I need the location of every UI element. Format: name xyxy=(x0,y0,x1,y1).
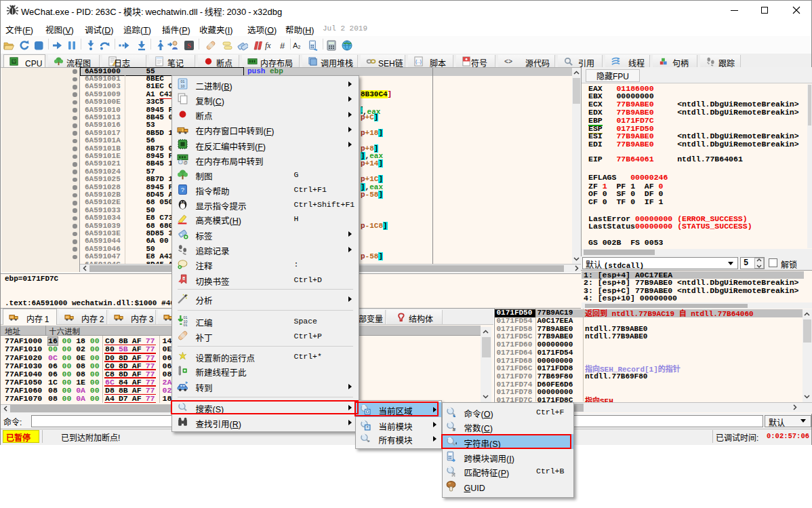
svg-text:01: 01 xyxy=(183,322,187,326)
svg-text:32: 32 xyxy=(12,59,16,63)
svg-text:?: ? xyxy=(180,184,184,194)
svg-text:@: @ xyxy=(183,159,187,165)
svg-text:<>: <> xyxy=(504,56,512,66)
svg-text:S: S xyxy=(187,41,191,50)
svg-text:fx: fx xyxy=(265,41,271,50)
svg-text:*: * xyxy=(367,437,369,444)
svg-text:01: 01 xyxy=(115,315,119,319)
svg-text:01: 01 xyxy=(178,128,182,132)
svg-text:#: # xyxy=(453,426,456,433)
svg-text:10: 10 xyxy=(180,83,184,89)
svg-text:01: 01 xyxy=(10,315,14,319)
svg-text:01: 01 xyxy=(165,315,168,319)
svg-text:#: # xyxy=(280,40,285,51)
svg-text:{..}: {..} xyxy=(415,57,422,64)
svg-text:01: 01 xyxy=(66,315,69,319)
svg-text:A₂: A₂ xyxy=(293,40,301,50)
